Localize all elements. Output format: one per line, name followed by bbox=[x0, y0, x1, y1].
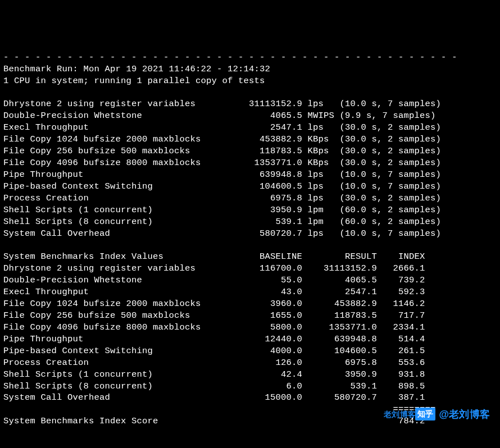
watermark-text: @老刘博客 bbox=[439, 408, 490, 421]
watermark-secondary: 老刘博客 bbox=[384, 409, 416, 420]
watermark: 知乎 @老刘博客 bbox=[415, 408, 490, 421]
terminal-output: - - - - - - - - - - - - - - - - - - - - … bbox=[3, 52, 497, 448]
zhihu-logo: 知乎 bbox=[415, 408, 435, 420]
